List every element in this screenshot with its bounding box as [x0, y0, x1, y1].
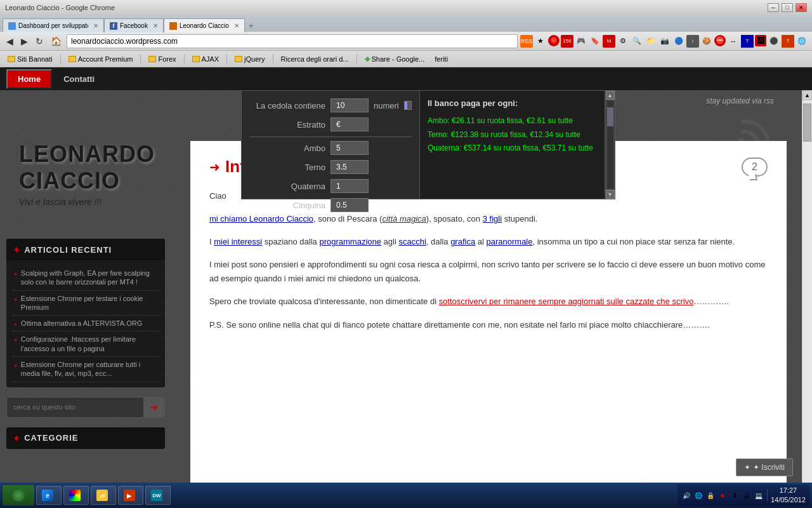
tool10-icon[interactable]: ↔ — [727, 35, 740, 48]
tool4-icon[interactable]: 📁 — [645, 35, 657, 48]
tray-icon-2[interactable]: 🌐 — [693, 490, 704, 500]
search-button[interactable]: ➜ — [143, 398, 164, 417]
tool9-icon[interactable]: ⛔ — [714, 35, 726, 46]
taskbar-ie-button[interactable]: e — [36, 486, 62, 505]
home-button[interactable]: 🏠 — [48, 35, 64, 48]
link-paranormale[interactable]: paranormale — [487, 237, 533, 246]
tool3-icon[interactable]: ⚙ — [617, 35, 629, 48]
input-ambo[interactable] — [331, 141, 369, 155]
link-grafica[interactable]: grafica — [450, 237, 475, 246]
close-button[interactable]: ✕ — [796, 3, 807, 12]
article-link-3[interactable]: Ottima alternativa a ALTERVISTA.ORG — [21, 319, 142, 328]
article-link-1[interactable]: Scalping with Graph, EA per fare scalpin… — [21, 269, 157, 287]
input-terno[interactable] — [331, 160, 369, 174]
tray-icon-1[interactable]: 🔊 — [681, 490, 691, 500]
tool1-icon[interactable]: 🎮 — [575, 35, 587, 48]
tool14-icon[interactable]: T — [782, 35, 794, 48]
rss-nav-icon[interactable]: RSS — [520, 35, 533, 48]
bookmark-ricerca[interactable]: Ricerca degli orari d... — [277, 54, 353, 64]
gmail-icon[interactable]: M — [603, 35, 615, 48]
tray-icon-5[interactable]: ⬆ — [730, 490, 740, 500]
tool5-icon[interactable]: 📷 — [658, 35, 671, 48]
clock-time: 17:27 — [771, 486, 806, 495]
nav-home-button[interactable]: Home — [6, 69, 52, 89]
bookmark-account-premium[interactable]: Account Premium — [65, 54, 137, 64]
scroll-thumb[interactable] — [607, 107, 613, 126]
minimize-button[interactable]: ─ — [768, 3, 779, 12]
link-figli[interactable]: 3 figli — [483, 214, 502, 224]
taskbar-dw-button[interactable]: DW — [145, 486, 171, 505]
tab-close-1[interactable]: ✕ — [93, 22, 98, 29]
tab-dashboard[interactable]: Dashboard per sviluppatori ✕ — [3, 18, 104, 32]
tool11-icon[interactable]: T — [741, 35, 754, 48]
article-item-5[interactable]: ● Estensione Chrome per catturare tutti … — [11, 357, 160, 382]
page-scroll-thumb[interactable] — [803, 104, 811, 142]
tool15-icon[interactable]: 🌐 — [796, 35, 808, 48]
refresh-button[interactable]: ↻ — [33, 35, 46, 48]
page-scroll-up-button[interactable]: ▲ — [802, 90, 812, 100]
tab-facebook[interactable]: f Facebook ✕ — [104, 18, 164, 32]
scroll-down-button[interactable]: ▼ — [606, 190, 615, 199]
link-name[interactable]: mi chiamo Leonardo Ciaccio — [209, 214, 313, 224]
page-scroll-track[interactable] — [802, 100, 812, 498]
forward-button[interactable]: ▶ — [18, 35, 30, 48]
bookmark-siti-bannati[interactable]: Siti Bannati — [4, 54, 56, 64]
tray-icon-7[interactable]: 💻 — [754, 490, 764, 500]
tray-icon-3[interactable]: 🔒 — [705, 490, 716, 500]
article-item-4[interactable]: ● Configurazione .htaccess per limitare … — [11, 331, 160, 357]
tool12-icon[interactable]: 🅰 — [755, 35, 766, 46]
bookmark-jquery[interactable]: jQuery — [231, 54, 268, 64]
taskbar-explorer-button[interactable]: 📁 — [91, 486, 116, 505]
article-item-1[interactable]: ● Scalping with Graph, EA per fare scalp… — [11, 265, 160, 291]
link-prog[interactable]: programmazione — [319, 237, 381, 246]
scroll-track[interactable] — [607, 101, 613, 189]
search-input[interactable] — [7, 399, 143, 415]
input-estratto[interactable] — [331, 117, 369, 131]
bookmark-forex[interactable]: Forex — [145, 54, 180, 64]
taskbar-chrome-button[interactable] — [63, 486, 89, 505]
tool13-icon[interactable]: ⚫ — [768, 35, 780, 48]
tray-icon-4[interactable]: ● — [717, 490, 728, 500]
article-link-2[interactable]: Estensione Chrome per testare i cookie P… — [21, 294, 157, 312]
article-item-2[interactable]: ● Estensione Chrome per testare i cookie… — [11, 291, 160, 316]
comment-bubble[interactable]: 2 — [742, 157, 768, 177]
address-bar[interactable] — [67, 34, 518, 48]
categories-icon: ♦ — [14, 432, 19, 444]
bookmark-feriti[interactable]: feriti — [431, 54, 452, 64]
tool8-icon[interactable]: 🍪 — [700, 35, 713, 48]
tool7-icon[interactable]: i — [686, 35, 699, 48]
input-cinquina[interactable] — [331, 198, 369, 212]
tray-icon-6[interactable]: 🖨 — [742, 490, 752, 500]
link-scacchi[interactable]: scacchi — [398, 237, 426, 246]
tool2-icon[interactable]: 🔖 — [589, 35, 601, 48]
folder-icon-5 — [235, 56, 242, 62]
article-item-3[interactable]: ● Ottima alternativa a ALTERVISTA.ORG — [11, 316, 160, 331]
link-sottoscrivi[interactable]: sottoscrivervi per rimanere sempre aggio… — [439, 297, 694, 306]
system-clock[interactable]: 17:27 14/05/2012 — [771, 486, 806, 505]
tab-close-3[interactable]: ✕ — [234, 22, 239, 29]
article-link-4[interactable]: Configurazione .htaccess per limitare l'… — [21, 335, 157, 353]
counter-icon[interactable]: 156 — [561, 35, 573, 48]
tab-leonardo[interactable]: Leonardo Ciaccio ✕ — [164, 18, 245, 32]
scroll-up-button[interactable]: ▲ — [606, 91, 615, 100]
adblock-icon[interactable]: 🛑 — [548, 35, 560, 46]
popup-row-terno: Terno — [249, 160, 412, 174]
maximize-button[interactable]: □ — [782, 3, 793, 12]
taskbar-media-button[interactable]: ▶ — [118, 486, 143, 505]
subscribe-button[interactable]: ✦ ✦ Iscriviti — [736, 458, 793, 476]
star-icon[interactable]: ★ — [534, 35, 547, 48]
bookmark-share[interactable]: ◆ Share - Google... — [361, 53, 429, 64]
search-lens-icon[interactable]: 🔍 — [631, 35, 643, 48]
back-button[interactable]: ◀ — [4, 35, 16, 48]
nav-contatti-button[interactable]: Contatti — [53, 70, 105, 88]
new-tab-button[interactable]: + — [245, 19, 258, 32]
start-button[interactable] — [3, 485, 34, 505]
input-quaterna[interactable] — [331, 179, 369, 193]
bookmark-ajax[interactable]: AJAX — [188, 54, 223, 64]
bookmark-label: Siti Bannati — [17, 55, 53, 63]
input-cedola[interactable] — [331, 98, 369, 112]
tool6-icon[interactable]: 🔵 — [672, 35, 685, 48]
tab-close-2[interactable]: ✕ — [153, 22, 158, 29]
link-interessi[interactable]: miei interessi — [214, 237, 262, 246]
article-link-5[interactable]: Estensione Chrome per catturare tutti i … — [21, 360, 157, 378]
